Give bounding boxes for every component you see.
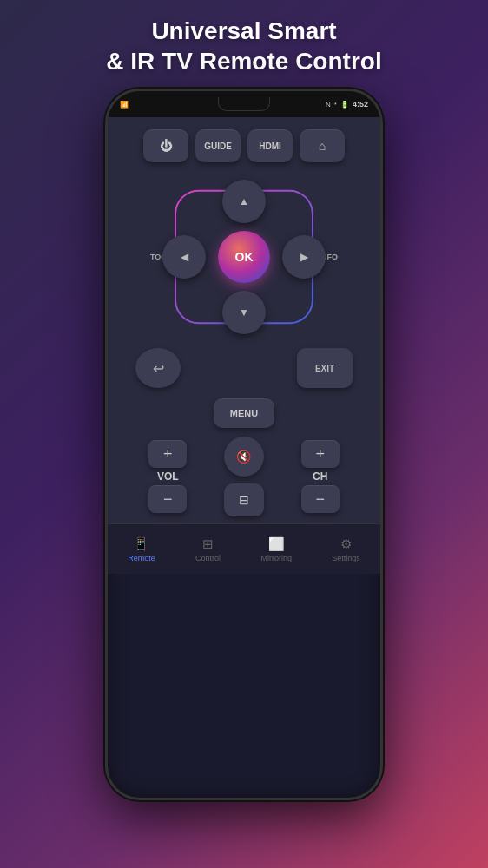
power-icon [160, 139, 172, 153]
vol-minus-button[interactable]: − [148, 485, 187, 513]
time-label: 4:52 [353, 100, 368, 108]
nav-item-remote[interactable]: 📱 Remote [119, 533, 164, 566]
menu-row: MENU [123, 398, 365, 428]
status-bar: 📶 N * 🔋 4:52 [108, 91, 380, 117]
ch-minus-icon: − [315, 490, 325, 509]
vol-plus-icon: + [163, 445, 173, 464]
menu-label: MENU [230, 408, 258, 418]
dpad-down-button[interactable]: ▼ [222, 291, 266, 334]
guide-button[interactable]: GUIDE [195, 129, 241, 162]
sim-icon: 📶 [120, 101, 129, 108]
mute-icon: 🔇 [236, 450, 251, 464]
top-button-row: GUIDE HDMI [123, 129, 365, 162]
dpad-left-button[interactable]: ◀ [162, 235, 206, 279]
arrow-down-icon: ▼ [239, 306, 249, 319]
exit-button[interactable]: EXIT [297, 348, 353, 388]
exit-label: EXIT [315, 364, 334, 373]
nav-item-mirroring[interactable]: ⬜ Mirroring [252, 533, 300, 566]
arrow-right-icon: ▶ [300, 251, 308, 263]
status-right: N * 🔋 4:52 [326, 100, 368, 108]
back-button[interactable]: ↩ [135, 348, 181, 388]
remote-area: GUIDE HDMI TOOLS INFO ▲ [108, 117, 380, 523]
arrow-up-icon: ▲ [239, 195, 249, 207]
phone-notch-bump [218, 97, 270, 111]
arrow-left-icon: ◀ [181, 251, 188, 263]
dpad-up-button[interactable]: ▲ [222, 180, 266, 223]
vol-minus-icon: − [163, 490, 173, 509]
status-left: 📶 [120, 101, 129, 108]
bottom-nav: 📱 Remote ⊞ Control ⬜ Mirroring ⚙ Setting… [108, 523, 380, 574]
ch-label: CH [313, 470, 327, 483]
back-exit-row: ↩ EXIT [123, 348, 365, 388]
control-nav-icon: ⊞ [202, 536, 214, 552]
dpad-section: TOOLS INFO ▲ ▼ ◀ ▶ [148, 174, 340, 339]
home-icon [319, 139, 326, 153]
app-screen: GUIDE HDMI TOOLS INFO ▲ [108, 117, 380, 574]
mute-button[interactable]: 🔇 [224, 437, 264, 477]
control-nav-label: Control [195, 554, 221, 562]
dpad-right-button[interactable]: ▶ [282, 235, 326, 279]
ch-minus-button[interactable]: − [301, 485, 340, 513]
input-icon: ⊟ [239, 493, 249, 507]
battery-icon: 🔋 [340, 101, 349, 108]
ch-plus-button[interactable]: + [301, 440, 340, 468]
settings-nav-icon: ⚙ [340, 536, 352, 552]
back-icon: ↩ [153, 360, 164, 377]
vol-ch-section: + VOL − 🔇 ⊟ [123, 437, 365, 516]
home-button[interactable] [300, 129, 345, 162]
nav-item-settings[interactable]: ⚙ Settings [323, 533, 369, 566]
mirroring-nav-icon: ⬜ [268, 536, 285, 552]
mirroring-nav-label: Mirroring [260, 554, 292, 562]
ch-column: + CH − [301, 440, 340, 513]
menu-button[interactable]: MENU [214, 398, 274, 428]
mute-col: 🔇 ⊟ [224, 437, 264, 516]
input-source-button[interactable]: ⊟ [224, 483, 264, 516]
phone-shell: 📶 N * 🔋 4:52 GUIDE HDMI [105, 89, 383, 800]
hdmi-button[interactable]: HDMI [247, 129, 293, 162]
ok-label: OK [235, 250, 254, 264]
settings-nav-label: Settings [332, 554, 360, 562]
vol-plus-button[interactable]: + [148, 440, 187, 468]
remote-nav-icon: 📱 [133, 536, 149, 552]
remote-nav-label: Remote [128, 554, 155, 562]
page-title: Universal Smart & IR TV Remote Control [80, 0, 407, 85]
ch-plus-icon: + [315, 445, 325, 464]
nav-item-control[interactable]: ⊞ Control [187, 533, 229, 566]
vol-column: + VOL − [148, 440, 187, 513]
bluetooth-icon: * [334, 101, 337, 108]
ok-button[interactable]: OK [218, 231, 270, 283]
nfc-icon: N [326, 101, 331, 108]
vol-label: VOL [157, 470, 179, 483]
power-button[interactable] [143, 129, 188, 162]
